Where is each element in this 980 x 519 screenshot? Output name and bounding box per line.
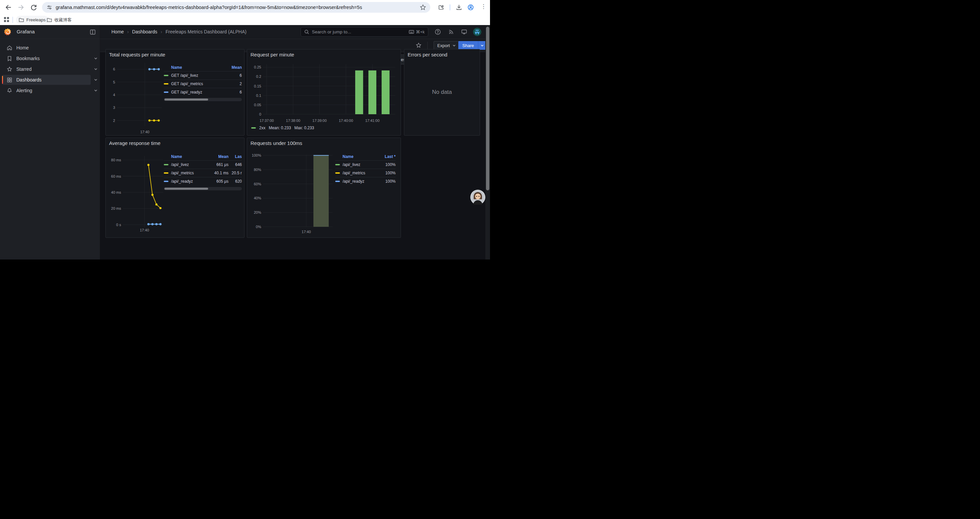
legend-row[interactable]: GET /api/_readyz6	[164, 88, 242, 96]
request-per-minute-chart[interactable]: 0.250.20.150.10.05017:37:0017:38:0017:39…	[250, 59, 399, 124]
legend-header[interactable]: Last *	[378, 154, 396, 159]
svg-text:17:40:00: 17:40:00	[339, 118, 353, 123]
panel-title[interactable]: Request per minute	[250, 52, 294, 57]
series-name: GET /api/_livez	[171, 73, 224, 78]
legend-scrollbar[interactable]	[164, 98, 242, 101]
sidebar-item-alerting[interactable]: Alerting	[2, 86, 91, 96]
export-button[interactable]: Export	[434, 41, 460, 50]
assistant-avatar[interactable]	[470, 190, 485, 205]
legend-scrollbar-thumb[interactable]	[164, 188, 208, 190]
sidebar-item-home[interactable]: Home	[2, 43, 91, 53]
apps-grid-icon[interactable]	[4, 17, 10, 22]
svg-text:0.1: 0.1	[256, 94, 261, 97]
svg-text:100%: 100%	[252, 153, 261, 157]
url-bar[interactable]: grafana.mathmast.com/d/deytv4rwavabkb/fr…	[42, 2, 430, 13]
page-scrollbar[interactable]	[485, 25, 490, 260]
brand-title[interactable]: Grafana	[17, 29, 35, 34]
legend-header[interactable]: Mean	[224, 65, 242, 70]
svg-text:20%: 20%	[254, 211, 261, 214]
series-value: 100%	[378, 179, 396, 184]
svg-text:5: 5	[113, 80, 115, 84]
browser-forward-icon[interactable]	[18, 4, 25, 11]
url-text[interactable]: grafana.mathmast.com/d/deytv4rwavabkb/fr…	[56, 5, 415, 10]
bookmark-folder-freeleaps[interactable]: Freeleaps	[16, 16, 48, 24]
search-placeholder: Search or jump to...	[312, 29, 409, 34]
series-name: /api/_metrics	[171, 171, 210, 175]
sidebar-item-label: Dashboards	[16, 77, 42, 83]
browser-profile-icon[interactable]	[467, 4, 474, 11]
series-name[interactable]: 2xx	[259, 126, 266, 130]
legend-scrollbar-thumb[interactable]	[164, 99, 208, 101]
user-avatar[interactable]	[473, 28, 481, 36]
svg-text:20 ms: 20 ms	[111, 206, 121, 211]
panel-title[interactable]: Average response time	[109, 140, 161, 146]
series-value: 661 µs	[210, 162, 229, 167]
scrollbar-thumb[interactable]	[486, 27, 489, 190]
legend-inline[interactable]: 2xxMean: 0.233Max: 0.233	[251, 126, 314, 130]
legend-row[interactable]: /api/_livez661 µs646	[164, 160, 242, 169]
browser-back-icon[interactable]	[5, 4, 12, 11]
svg-text:0.25: 0.25	[254, 65, 261, 69]
panel-title[interactable]: Total requests per minute	[109, 52, 165, 57]
browser-reload-icon[interactable]	[30, 4, 37, 11]
legend-row[interactable]: /api/_readyz100%	[335, 177, 396, 185]
sidebar-item-dashboards[interactable]: Dashboards	[2, 75, 91, 85]
downloads-icon[interactable]	[456, 4, 462, 11]
panel-title[interactable]: Errors per second	[407, 52, 447, 57]
search-input[interactable]: Search or jump to... ⌘+k	[301, 27, 428, 37]
legend-header[interactable]: Mean	[210, 154, 229, 159]
series-value: 100%	[378, 162, 396, 167]
legend-row[interactable]: /api/_metrics100%	[335, 169, 396, 177]
bookmark-star-icon[interactable]	[420, 4, 426, 11]
legend-header[interactable]: Name	[164, 154, 210, 159]
legend-header[interactable]: Las	[229, 154, 242, 159]
chevron-down-icon[interactable]	[94, 67, 98, 72]
favorite-star-icon[interactable]	[415, 42, 422, 48]
legend-row[interactable]: GET /api/_metrics2	[164, 80, 242, 88]
star-icon	[7, 67, 12, 72]
share-menu-button[interactable]	[478, 41, 486, 50]
breadcrumb-home[interactable]: Home	[111, 29, 124, 34]
legend-header[interactable]: Name	[164, 65, 224, 70]
series-stat: Max: 0.233	[294, 126, 314, 130]
svg-text:80%: 80%	[254, 168, 261, 172]
chevron-down-icon[interactable]	[94, 56, 98, 61]
legend-header[interactable]: Name	[335, 154, 378, 159]
total-requests-chart[interactable]: 6543217:40	[108, 59, 164, 135]
monitor-icon[interactable]	[461, 29, 467, 35]
svg-text:80 ms: 80 ms	[111, 158, 121, 162]
sidebar-item-bookmarks[interactable]: Bookmarks	[2, 53, 91, 64]
dock-menu-icon[interactable]	[90, 29, 96, 35]
folder-icon	[47, 18, 52, 22]
rss-icon[interactable]	[448, 29, 454, 35]
breadcrumb-dashboards[interactable]: Dashboards	[132, 29, 158, 34]
bookmark-folder-blogs[interactable]: 收藏博客	[44, 16, 75, 24]
panel-average-response-time: Average response time 80 ms60 ms40 ms20 …	[105, 137, 245, 238]
extensions-icon[interactable]	[438, 4, 444, 11]
series-value: 620	[229, 179, 242, 184]
svg-text:17:40: 17:40	[140, 130, 150, 134]
legend-table: NameMeanLas/api/_livez661 µs646/api/_met…	[164, 153, 242, 190]
legend-row[interactable]: /api/_metrics40.1 ms20.5 r	[164, 169, 242, 177]
legend-row[interactable]: /api/_readyz605 µs620	[164, 177, 242, 185]
legend-scrollbar[interactable]	[164, 187, 242, 190]
chevron-down-icon[interactable]	[94, 88, 98, 93]
requests-under-100ms-chart[interactable]: 100%80%60%40%20%0%17:40	[250, 148, 334, 235]
svg-text:17:40: 17:40	[140, 228, 149, 232]
grafana-logo-icon[interactable]	[4, 28, 12, 36]
series-value: 20.5 r	[229, 171, 242, 175]
site-settings-icon[interactable]	[46, 4, 52, 10]
legend-row[interactable]: GET /api/_livez6	[164, 71, 242, 80]
chevron-down-icon[interactable]	[94, 77, 98, 82]
browser-menu-icon[interactable]: ⋮	[480, 3, 486, 10]
legend-row[interactable]: /api/_livez100%	[335, 160, 396, 169]
share-button[interactable]: Share	[458, 41, 478, 50]
panel-title[interactable]: Requests under 100ms	[250, 140, 302, 146]
svg-text:0.15: 0.15	[254, 84, 261, 88]
help-icon[interactable]	[434, 29, 441, 35]
sidebar-item-starred[interactable]: Starred	[2, 64, 91, 74]
series-color-swatch	[164, 172, 169, 174]
keyboard-icon	[409, 29, 414, 35]
series-name: GET /api/_readyz	[171, 90, 224, 94]
average-response-time-chart[interactable]: 80 ms60 ms40 ms20 ms0 s17:40	[108, 148, 165, 233]
